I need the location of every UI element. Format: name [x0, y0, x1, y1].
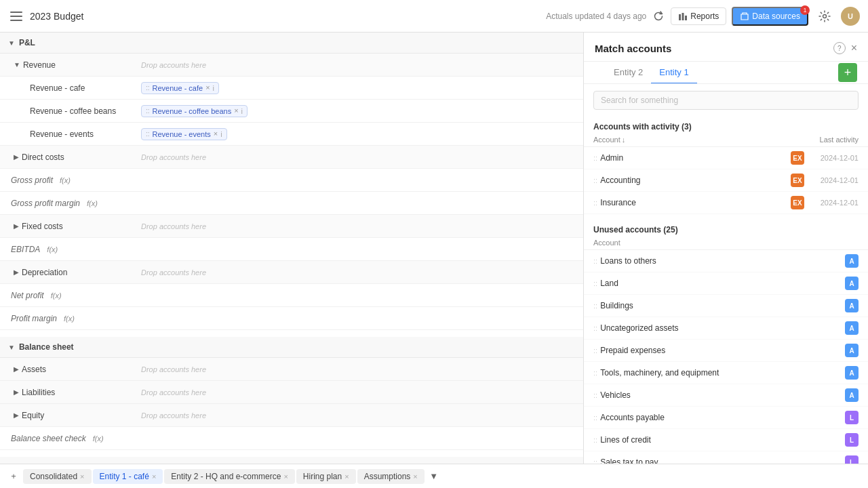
datasources-button[interactable]: Data sources 1	[732, 7, 808, 26]
row-revenue-events-label: Revenue - events	[0, 125, 136, 143]
tab-hiring-plan[interactable]: Hiring plan ×	[296, 469, 356, 484]
buildings-account-row[interactable]: :: Buildings A	[584, 295, 868, 317]
group-direct-costs[interactable]: ▶ Direct costs Drop accounts here	[0, 146, 583, 169]
chevron-right-icon: ▶	[14, 222, 19, 230]
tab-entity2-hq[interactable]: Entity 2 - HQ and e-commerce ×	[164, 469, 295, 484]
chip-info-icon[interactable]: i	[213, 84, 214, 92]
drag-icon: ::	[593, 436, 597, 444]
chip-revenue-events[interactable]: :: Revenue - events × i	[141, 128, 227, 140]
insurance-account-row[interactable]: :: Insurance EX 2024-12-01	[584, 192, 868, 214]
account-name: Sales tax to pay	[600, 458, 840, 464]
svg-rect-0	[10, 12, 22, 13]
settings-icon[interactable]	[814, 5, 835, 27]
col-account-label: Account	[593, 136, 620, 144]
tab-entity1-label: Entity 1 - café	[100, 472, 149, 481]
accounts-payable-row[interactable]: :: Accounts payable L	[584, 407, 868, 429]
tab-entity2-close[interactable]: ×	[283, 472, 288, 481]
tab-entity1-cafe[interactable]: Entity 1 - café ×	[93, 469, 163, 484]
group-direct-costs-label: Direct costs	[22, 152, 64, 162]
tab-entity2[interactable]: Entity 2	[606, 62, 651, 84]
chip-info-icon[interactable]: i	[241, 107, 243, 115]
chip-remove-icon[interactable]: ×	[234, 107, 238, 115]
search-input[interactable]	[593, 91, 859, 110]
rp-title: Match accounts	[595, 43, 828, 54]
chip-revenue-cafe[interactable]: :: Revenue - cafe × i	[141, 82, 219, 94]
ebitda-label: EBITDA	[11, 245, 40, 254]
tab-assumptions-close[interactable]: ×	[413, 472, 417, 481]
close-icon[interactable]: ×	[851, 42, 857, 54]
section-balance-sheet-header[interactable]: ▼ Balance sheet	[0, 337, 583, 358]
lines-of-credit-row[interactable]: :: Lines of credit L	[584, 429, 868, 451]
loans-account-row[interactable]: :: Loans to others A	[584, 250, 868, 272]
svg-rect-5	[685, 16, 687, 20]
sales-tax-row[interactable]: :: Sales tax to pay L	[584, 451, 868, 464]
depreciation-drop-hint: Drop accounts here	[141, 268, 206, 277]
svg-rect-4	[682, 13, 684, 20]
menu-icon[interactable]	[8, 8, 24, 24]
group-revenue-header[interactable]: ▼ Revenue Drop accounts here	[0, 54, 583, 77]
group-equity-label: Equity	[22, 411, 44, 420]
tab-consolidated-label: Consolidated	[30, 472, 77, 481]
row-balance-sheet-check: Balance sheet check f(x)	[0, 427, 583, 450]
chevron-right-icon: ▶	[14, 365, 19, 373]
admin-account-row[interactable]: :: Admin EX 2024-12-01	[584, 147, 868, 169]
row-net-profit: Net profit f(x)	[0, 284, 583, 307]
section-balance-sheet-label: Balance sheet	[19, 342, 74, 352]
direct-costs-drop-hint: Drop accounts here	[141, 153, 206, 161]
row-revenue-cafe-label: Revenue - cafe	[0, 79, 136, 97]
reports-button[interactable]: Reports	[671, 7, 726, 25]
account-name: Vehicles	[600, 390, 840, 400]
accounting-account-row[interactable]: :: Accounting EX 2024-12-01	[584, 169, 868, 192]
tab-entity1-close[interactable]: ×	[152, 472, 156, 481]
account-badge-ex: EX	[791, 196, 804, 209]
tools-machinery-row[interactable]: :: Tools, machinery, and equipment A	[584, 362, 868, 384]
add-tab-button[interactable]: +	[5, 468, 22, 485]
group-equity[interactable]: ▶ Equity Drop accounts here	[0, 404, 583, 427]
row-gross-profit-margin: Gross profit margin f(x)	[0, 192, 583, 215]
account-badge-a: A	[845, 344, 859, 357]
drag-icon: ::	[593, 369, 597, 377]
land-account-row[interactable]: :: Land A	[584, 272, 868, 295]
prepaid-expenses-row[interactable]: :: Prepaid expenses A	[584, 340, 868, 362]
balance-sheet-check-label: Balance sheet check	[11, 434, 86, 443]
tab-entity1[interactable]: Entity 1	[651, 62, 696, 84]
group-liabilities[interactable]: ▶ Liabilities Drop accounts here	[0, 381, 583, 404]
group-fixed-costs[interactable]: ▶ Fixed costs Drop accounts here	[0, 215, 583, 238]
add-account-button[interactable]: +	[838, 63, 857, 82]
tab-consolidated[interactable]: Consolidated ×	[23, 469, 92, 484]
vehicles-row[interactable]: :: Vehicles A	[584, 384, 868, 407]
tab-assumptions[interactable]: Assumptions ×	[357, 469, 425, 484]
account-name: Admin	[600, 153, 785, 163]
row-revenue-coffee: Revenue - coffee beans :: Revenue - coff…	[0, 100, 583, 123]
drag-icon: ::	[593, 199, 597, 207]
chevron-right-icon: ▶	[14, 268, 19, 276]
tab-hiring-plan-close[interactable]: ×	[344, 472, 349, 481]
drag-icon: ::	[146, 130, 150, 138]
account-badge-a: A	[845, 321, 859, 335]
tab-assumptions-label: Assumptions	[364, 472, 411, 481]
avatar[interactable]: U	[841, 7, 860, 26]
section-pl: ▼ P&L ▼ Revenue Drop accounts here Reven…	[0, 33, 583, 330]
group-assets[interactable]: ▶ Assets Drop accounts here	[0, 358, 583, 381]
drag-icon: ::	[593, 279, 597, 287]
account-badge-a: A	[845, 254, 859, 268]
help-icon[interactable]: ?	[833, 42, 846, 54]
more-tabs-button[interactable]: ▼	[426, 468, 442, 485]
formula-icon: f(x)	[90, 434, 104, 443]
section-cash-flow-header[interactable]: ▼ Cash flow	[0, 457, 583, 464]
equity-drop-hint: Drop accounts here	[141, 411, 206, 420]
chip-remove-icon[interactable]: ×	[205, 84, 210, 92]
group-depreciation[interactable]: ▶ Depreciation Drop accounts here	[0, 261, 583, 284]
col-account-header[interactable]: Account ↓	[593, 136, 791, 144]
uncategorized-assets-row[interactable]: :: Uncategorized assets A	[584, 317, 868, 340]
chip-info-icon[interactable]: i	[220, 130, 222, 138]
refresh-icon[interactable]	[652, 9, 665, 23]
tab-consolidated-close[interactable]: ×	[80, 472, 84, 481]
drag-icon: ::	[593, 346, 597, 354]
profit-margin-label: Profit margin	[11, 314, 57, 323]
chip-remove-icon[interactable]: ×	[214, 130, 218, 138]
chip-revenue-coffee[interactable]: :: Revenue - coffee beans × i	[141, 105, 248, 117]
drag-icon: ::	[593, 176, 597, 184]
accounts-list: Accounts with activity (3) Account ↓ Las…	[584, 117, 868, 464]
section-pl-header[interactable]: ▼ P&L	[0, 33, 583, 54]
